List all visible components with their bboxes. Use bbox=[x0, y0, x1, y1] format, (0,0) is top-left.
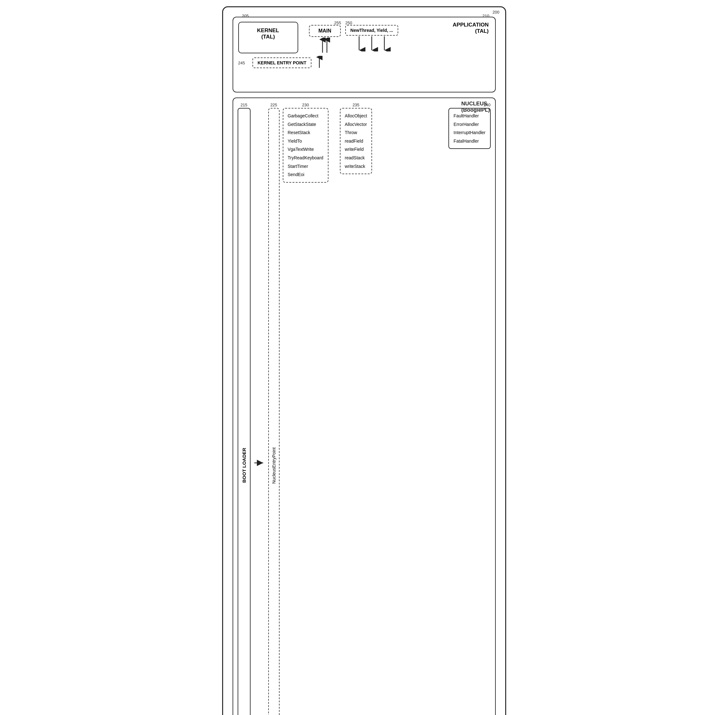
newthread-box: NewThread, Yield, ... bbox=[345, 25, 398, 36]
kernel-title: KERNEL (TAL) bbox=[245, 27, 291, 40]
boot-arrow bbox=[254, 103, 265, 715]
nucleus-outer: NUCLEUS (BoogiePL) 215 BOOT LOADER bbox=[233, 98, 496, 715]
handlers-box: FaultHandler ErrorHandler InterruptHandl… bbox=[449, 108, 490, 149]
functions-box: GarbageCollect GetStackState ResetStack … bbox=[283, 108, 328, 183]
label-225: 225 bbox=[270, 103, 277, 107]
label-235: 235 bbox=[352, 103, 359, 107]
label-255: 255 bbox=[334, 21, 341, 25]
label-215: 215 bbox=[240, 103, 248, 107]
handlers-col: 240 FaultHandler ErrorHandler InterruptH… bbox=[449, 103, 490, 715]
func-1: GarbageCollect bbox=[288, 112, 323, 120]
handler-2: ErrorHandler bbox=[453, 120, 485, 129]
alloc-7: writeStack bbox=[345, 162, 367, 171]
label-200: 200 bbox=[492, 10, 500, 15]
func-2: GetStackState bbox=[288, 120, 323, 129]
main-box: MAIN bbox=[309, 25, 341, 37]
application-title: APPLICATION (TAL) bbox=[453, 22, 489, 35]
application-box: APPLICATION (TAL) KERNEL (TAL) 255 MAIN bbox=[233, 17, 496, 92]
kernel-entry-row: 245 KERNEL ENTRY POINT bbox=[238, 56, 490, 70]
bootloader-col: 215 BOOT LOADER bbox=[238, 103, 251, 715]
func-5: VgaTextWrite bbox=[288, 145, 323, 154]
diagram-outer: 200 205 210 APPLICATION (TAL) KERNEL (TA… bbox=[222, 6, 506, 715]
label-240: 240 bbox=[484, 103, 491, 107]
label-245: 245 bbox=[238, 60, 245, 65]
label-250: 250 bbox=[345, 21, 352, 25]
handler-4: FatalHandler bbox=[453, 137, 485, 145]
alloc-2: AllocVector bbox=[345, 120, 367, 129]
nucleus-inner: 215 BOOT LOADER bbox=[238, 103, 491, 715]
arrow-kernel-entry-up bbox=[315, 56, 324, 70]
label-230: 230 bbox=[302, 103, 309, 107]
newthread-area: 250 NewThread, Yield, ... bbox=[345, 25, 398, 51]
func-4: YieldTo bbox=[288, 137, 323, 145]
boot-loader-box: BOOT LOADER bbox=[238, 108, 251, 715]
alloc-col: 235 AllocObject AllocVector Throw readFi… bbox=[340, 103, 372, 715]
alloc-1: AllocObject bbox=[345, 112, 367, 120]
alloc-6: readStack bbox=[345, 154, 367, 162]
alloc-box: AllocObject AllocVector Throw readField … bbox=[340, 108, 372, 174]
func-6: TryReadKeyboard bbox=[288, 154, 323, 162]
func-3: ResetStack bbox=[288, 128, 323, 137]
kernel-entry-box: KERNEL ENTRY POINT bbox=[252, 57, 311, 68]
arrow-main-up bbox=[309, 38, 341, 54]
functions-col: 230 GarbageCollect GetStackState ResetSt… bbox=[283, 103, 328, 715]
main-area: 255 MAIN bbox=[309, 25, 341, 54]
func-8: SendEoi bbox=[288, 170, 323, 179]
alloc-3: Throw bbox=[345, 128, 367, 137]
arrows-newthread-down bbox=[345, 36, 398, 51]
alloc-4: readField bbox=[345, 137, 367, 145]
func-7: StartTimer bbox=[288, 162, 323, 171]
handler-3: InterruptHandler bbox=[453, 128, 485, 137]
kernel-box: KERNEL (TAL) bbox=[238, 22, 298, 53]
page-container: 200 205 210 APPLICATION (TAL) KERNEL (TA… bbox=[222, 6, 506, 715]
alloc-5: writeField bbox=[345, 145, 367, 154]
nucleus-entry-box: NucleusEntryPoint bbox=[268, 108, 279, 715]
nucleus-entry-col: 225 NucleusEntryPoint bbox=[268, 103, 279, 715]
